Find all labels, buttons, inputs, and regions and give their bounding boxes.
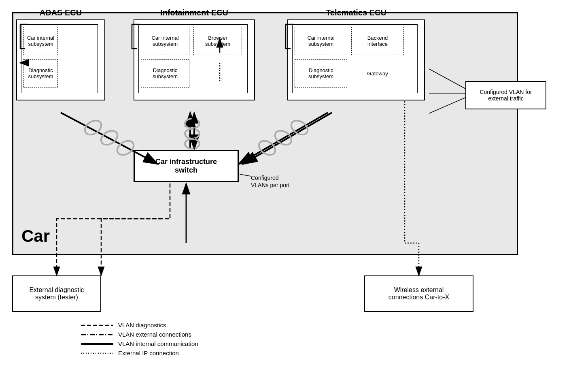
legend-label-external: VLAN external connections xyxy=(118,331,191,338)
infotainment-inner: Car internalsubsystem Browsersubsystem D… xyxy=(138,24,248,93)
legend-item-diagnostics: VLAN diagnostics xyxy=(81,322,198,329)
legend: VLAN diagnostics VLAN external connectio… xyxy=(81,322,198,359)
infotainment-box: Car internalsubsystem Browsersubsystem D… xyxy=(134,19,255,100)
telematics-box: Car internalsubsystem Backendinterface D… xyxy=(287,19,425,100)
legend-item-external: VLAN external connections xyxy=(81,331,198,338)
legend-dotted-icon xyxy=(81,350,113,356)
tele-car-internal: Car internalsubsystem xyxy=(295,27,347,55)
switch-box: Car infrastructureswitch xyxy=(134,150,239,182)
main-container: Car ADAS ECU Car internalsubsystem Diagn… xyxy=(0,0,588,367)
vlan-per-port-label: ConfiguredVLANs per port xyxy=(251,174,299,189)
telematics-inner: Car internalsubsystem Backendinterface D… xyxy=(292,24,418,93)
adas-car-internal: Car internalsubsystem xyxy=(23,27,58,55)
legend-label-diagnostics: VLAN diagnostics xyxy=(118,322,166,329)
car-label: Car xyxy=(21,226,50,246)
infotainment-ecu-container: Infotainment ECU Car internalsubsystem B… xyxy=(134,8,255,100)
legend-dashed-icon xyxy=(81,322,113,329)
adas-inner: Car internalsubsystem Diagnosticsubsyste… xyxy=(21,24,98,93)
legend-label-ip: External IP connection xyxy=(118,350,179,356)
telematics-ecu-container: Telematics ECU Car internalsubsystem Bac… xyxy=(287,8,425,100)
legend-solid-icon xyxy=(81,341,113,347)
adas-diagnostic: Diagnosticsubsystem xyxy=(23,59,58,87)
legend-item-internal: VLAN internal communication xyxy=(81,340,198,347)
vlan-external-box: Configured VLAN forexternal traffic xyxy=(465,81,546,109)
telematics-title: Telematics ECU xyxy=(287,8,425,17)
tele-diagnostic: Diagnosticsubsystem xyxy=(295,59,347,87)
adas-box: Car internalsubsystem Diagnosticsubsyste… xyxy=(16,19,105,100)
tele-gateway: Gateway xyxy=(351,59,404,87)
adas-title: ADAS ECU xyxy=(16,8,105,17)
ext-diag-box: External diagnosticsystem (tester) xyxy=(12,275,101,312)
info-diagnostic: Diagnosticsubsystem xyxy=(141,59,189,87)
wireless-box: Wireless externalconnections Car-to-X xyxy=(364,275,473,312)
legend-dash-dot-icon xyxy=(81,331,113,338)
legend-item-ip: External IP connection xyxy=(81,350,198,356)
legend-label-internal: VLAN internal communication xyxy=(118,340,198,347)
adas-ecu-container: ADAS ECU Car internalsubsystem Diagnosti… xyxy=(16,8,105,100)
info-browser: Browsersubsystem xyxy=(193,27,242,55)
tele-backend: Backendinterface xyxy=(351,27,404,55)
infotainment-title: Infotainment ECU xyxy=(134,8,255,17)
info-car-internal: Car internalsubsystem xyxy=(141,27,189,55)
